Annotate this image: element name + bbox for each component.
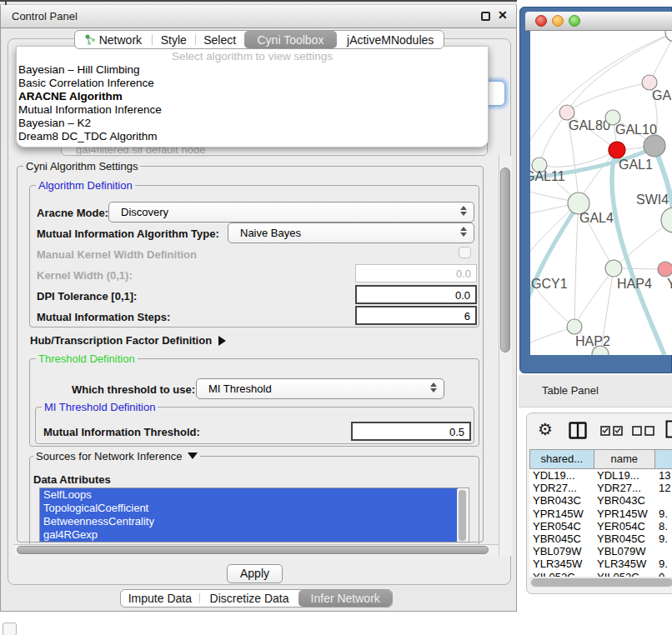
data-attributes-list[interactable]: SelfLoopsTopologicalCoefficientBetweenne…	[39, 488, 469, 542]
data-attribute-item[interactable]: TopologicalCoefficient	[40, 502, 458, 515]
manual-kernel-checkbox[interactable]	[459, 247, 471, 258]
algorithm-popup-item[interactable]: Dream8 DC_TDC Algorithm	[17, 130, 488, 143]
tab-network[interactable]: Network	[75, 31, 152, 48]
algorithm-popup-item[interactable]: Bayesian – K2	[17, 117, 488, 130]
apply-button[interactable]: Apply	[227, 564, 283, 583]
table-row[interactable]: YPR145WYPR145W9.	[529, 508, 672, 520]
zoom-traffic-light[interactable]	[569, 15, 580, 27]
mi-steps-field[interactable]: 6	[355, 306, 477, 325]
network-node[interactable]	[661, 208, 672, 232]
stepper-icon	[460, 227, 467, 237]
deselect-all-columns-icon[interactable]	[632, 426, 654, 436]
table-panel: ⚙ shared... name YDL19...YDL19...13YDR27…	[526, 412, 672, 594]
network-edge[interactable]	[574, 268, 614, 327]
network-node[interactable]	[658, 262, 672, 277]
network-window-titlebar	[525, 12, 672, 31]
table-horizontal-scrollbar[interactable]	[529, 577, 672, 588]
network-edge-thick[interactable]	[530, 204, 579, 332]
mi-threshold-definition-label: MI Threshold Definition	[42, 401, 158, 413]
kernel-width-field[interactable]: 0.0	[355, 264, 477, 282]
algorithm-popup-hint: Select algorithm to view settings	[17, 47, 488, 63]
threshold-definition-label: Threshold Definition	[36, 352, 138, 365]
network-canvas[interactable]: GAL2GAL80GAL10GAL1GAL11SWI4GAL4GCY1HAP4Y…	[530, 31, 672, 355]
tab-jactivemnodules[interactable]: jActiveMNodules	[337, 31, 444, 48]
tab-infer-network[interactable]: Infer Network	[298, 590, 392, 607]
network-edge[interactable]	[574, 202, 579, 327]
table-body[interactable]: YDL19...YDL19...13YDR27...YDR27...12YBR0…	[529, 469, 672, 577]
settings-vertical-scrollbar[interactable]	[499, 156, 512, 556]
bottom-tabs: Impute Data Discretize Data Infer Networ…	[120, 589, 393, 608]
gear-icon[interactable]: ⚙	[538, 419, 553, 439]
column-header-name[interactable]: name	[594, 450, 656, 468]
float-window-icon[interactable]	[481, 12, 490, 21]
network-edge-thick[interactable]	[612, 155, 664, 355]
column-header-shared[interactable]: shared...	[530, 450, 594, 468]
dpi-tolerance-label: DPI Tolerance [0,1]:	[37, 290, 137, 302]
control-panel-tabs: Network Style Select Cyni Toolbox jActiv…	[74, 30, 444, 49]
network-node-label: SWI4	[636, 192, 669, 207]
dpi-tolerance-field[interactable]: 0.0	[355, 285, 477, 304]
network-node-label: GAL4	[579, 211, 614, 225]
table-row[interactable]: YBR043CYBR043C	[529, 494, 672, 507]
tab-impute-data[interactable]: Impute Data	[121, 590, 199, 607]
table-panel-title: Table Panel	[542, 384, 599, 397]
list-scrollbar[interactable]	[457, 489, 468, 542]
network-node-label: GAL11	[530, 169, 565, 183]
data-attribute-item[interactable]: BetweennessCentrality	[40, 515, 458, 528]
stepper-icon	[460, 206, 467, 216]
columns-icon[interactable]	[569, 422, 587, 439]
mi-threshold-field[interactable]: 0.5	[351, 422, 471, 441]
network-node-label: GAL2	[652, 88, 672, 102]
network-node-label: Y	[667, 277, 672, 291]
algorithm-popup-items: Bayesian – Hill ClimbingBasic Correlatio…	[17, 63, 488, 143]
aracne-mode-combo[interactable]: Discovery	[108, 202, 474, 222]
network-node-label: HAP4	[617, 277, 652, 291]
sources-label: Sources for Network Inference	[33, 450, 200, 462]
data-attribute-item[interactable]: SelfLoops	[40, 488, 458, 502]
minimize-traffic-light[interactable]	[552, 15, 564, 27]
network-node[interactable]	[567, 319, 582, 334]
settings-scroll-viewport: Cyni Algorithm Settings Algorithm Defini…	[13, 156, 504, 544]
table-row[interactable]: YLR345WYLR345W9.	[529, 558, 672, 570]
table-row[interactable]: YIL052CYIL052C0.	[529, 571, 672, 578]
control-panel-title: Control Panel	[12, 10, 78, 22]
network-node[interactable]	[665, 31, 672, 42]
triangle-down-icon	[188, 452, 198, 459]
algorithm-popup-item[interactable]: ARACNE Algorithm	[17, 90, 488, 103]
select-all-columns-icon[interactable]	[600, 426, 623, 436]
network-icon	[85, 34, 96, 45]
tab-style[interactable]: Style	[153, 31, 195, 48]
table-row[interactable]: YER054CYER054C8.	[529, 520, 672, 532]
algorithm-popup-item[interactable]: Mutual Information Inference	[17, 103, 488, 117]
mi-type-combo[interactable]: Naive Bayes	[228, 222, 474, 243]
network-node-label: GAL10	[615, 122, 657, 137]
close-traffic-light[interactable]	[535, 15, 547, 27]
network-node-label: GAL1	[619, 158, 653, 172]
control-panel-window: Control Panel ✕ gal4filtered.sif default…	[0, 5, 517, 612]
hub-definition-toggle[interactable]: Hub/Transcription Factor Definition	[30, 334, 226, 347]
file-icon[interactable]	[665, 420, 672, 438]
network-node-label: GCY1	[531, 277, 568, 291]
algorithm-popup-item[interactable]: Basic Correlation Inference	[17, 77, 488, 90]
tab-cyni-toolbox[interactable]: Cyni Toolbox	[244, 31, 338, 48]
data-attribute-item[interactable]: gal4RGexp	[40, 528, 458, 542]
control-panel-titlebar: Control Panel ✕	[1, 5, 516, 28]
algorithm-popup-item[interactable]: Bayesian – Hill Climbing	[17, 63, 488, 77]
table-row[interactable]: YBR045CYBR045C9.	[529, 532, 672, 545]
table-row[interactable]: YBL079WYBL079W	[529, 545, 672, 558]
which-threshold-combo[interactable]: MI Threshold	[196, 378, 444, 399]
mi-threshold-label: Mutual Information Threshold:	[43, 426, 200, 438]
close-icon[interactable]: ✕	[498, 8, 508, 22]
tab-select[interactable]: Select	[196, 31, 244, 48]
settings-horizontal-scrollbar[interactable]	[13, 544, 499, 556]
network-node[interactable]	[605, 260, 622, 277]
network-node[interactable]	[609, 142, 625, 158]
network-node[interactable]	[644, 135, 665, 157]
mi-steps-label: Mutual Information Steps:	[37, 311, 170, 323]
window-corner-icon[interactable]	[3, 622, 17, 635]
table-row[interactable]: YDL19...YDL19...13	[529, 469, 672, 482]
network-edge[interactable]	[539, 112, 567, 165]
tab-discretize-data[interactable]: Discretize Data	[200, 590, 299, 607]
column-header-third[interactable]	[655, 450, 672, 468]
table-row[interactable]: YDR27...YDR27...12	[529, 482, 672, 494]
